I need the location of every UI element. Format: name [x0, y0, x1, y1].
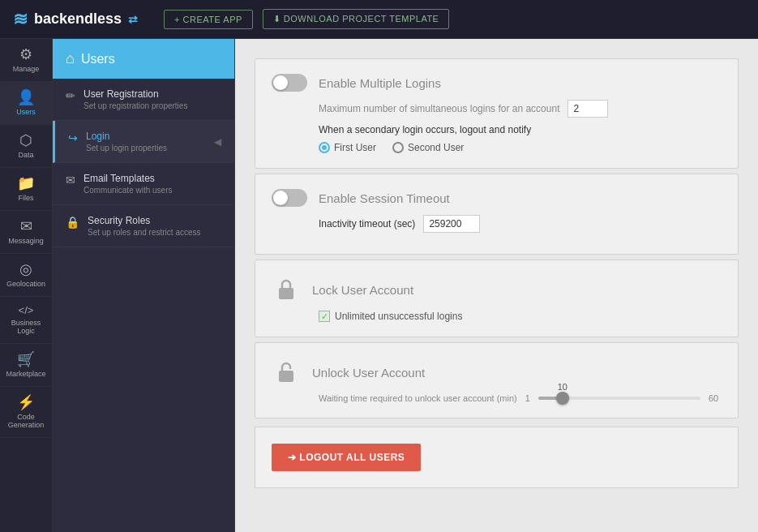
lock-account-title: Lock User Account: [312, 283, 413, 297]
marketplace-icon: 🛒: [17, 352, 35, 367]
login-subtitle: Set up login properties: [86, 144, 167, 152]
unlock-account-title: Unlock User Account: [312, 366, 425, 380]
logout-btn-label: ➔ LOGOUT ALL USERS: [288, 452, 405, 463]
user-reg-title: User Registration: [84, 88, 187, 100]
max-logins-row: Maximum number of simultaneous logins fo…: [319, 100, 722, 118]
sub-menu-security-roles[interactable]: 🔒 Security Roles Set up roles and restri…: [53, 205, 234, 247]
max-logins-input[interactable]: [567, 100, 608, 118]
slider-thumb[interactable]: [556, 392, 569, 405]
geolocation-icon: ◎: [19, 262, 32, 277]
security-roles-subtitle: Set up roles and restrict access: [88, 228, 201, 237]
data-icon: ⬡: [19, 133, 32, 148]
slider-min-label: 1: [525, 393, 530, 403]
slider-value-label: 10: [558, 382, 567, 392]
lock-closed-icon: [276, 278, 296, 301]
sidebar-item-manage[interactable]: ⚙ Manage: [0, 39, 52, 82]
logo: ≋ backendless ⇄: [13, 9, 138, 30]
radio-first-label: First User: [334, 142, 376, 153]
user-reg-subtitle: Set up registration properties: [84, 101, 187, 110]
collapse-arrow-icon: ◀: [214, 136, 221, 148]
unlimited-logins-checkbox[interactable]: ✓: [319, 311, 330, 322]
sidebar-item-business-logic[interactable]: </> Business Logic: [0, 297, 52, 344]
sub-sidebar-header: ⌂ Users: [53, 39, 234, 79]
session-timeout-toggle[interactable]: [272, 189, 307, 207]
sub-menu-email-templates[interactable]: ✉ Email Templates Communicate with users: [53, 163, 234, 205]
sidebar-item-messaging[interactable]: ✉ Messaging: [0, 211, 52, 254]
logo-icon: ≋: [13, 9, 28, 30]
sidebar-item-marketplace[interactable]: 🛒 Marketplace: [0, 344, 52, 387]
data-label: Data: [18, 151, 33, 159]
unlimited-logins-row: ✓ Unlimited unsuccessful logins: [272, 311, 722, 322]
sub-sidebar: ⌂ Users ✏ User Registration Set up regis…: [53, 39, 235, 532]
session-timeout-toggle-row: Enable Session Timeout: [272, 189, 722, 207]
unlock-icon-area: [272, 358, 301, 387]
logo-text: backendless: [34, 11, 122, 28]
home-icon: ⌂: [66, 50, 75, 67]
create-app-label: + CREATE APP: [174, 15, 242, 24]
messaging-icon: ✉: [20, 219, 32, 234]
lock-account-row: Lock User Account: [272, 275, 722, 304]
inactivity-label: Inactivity timeout (sec): [319, 218, 415, 230]
files-label: Files: [18, 194, 33, 202]
sidebar-item-users[interactable]: 👤 Users: [0, 82, 52, 125]
sub-menu-user-registration[interactable]: ✏ User Registration Set up registration …: [53, 79, 234, 121]
create-app-button[interactable]: + CREATE APP: [164, 10, 253, 29]
users-label: Users: [16, 108, 36, 116]
radio-first-dot: [322, 145, 327, 150]
slider-track[interactable]: 10: [538, 397, 700, 400]
radio-second-user[interactable]: Second User: [392, 142, 464, 153]
security-roles-title: Security Roles: [88, 215, 201, 226]
business-logic-label: Business Logic: [3, 319, 49, 335]
multiple-logins-toggle[interactable]: [272, 74, 307, 92]
radio-first-circle: [319, 142, 330, 153]
sidebar-item-data[interactable]: ⬡ Data: [0, 125, 52, 168]
users-icon: 👤: [17, 90, 35, 105]
svg-rect-0: [279, 288, 293, 299]
checkbox-check-icon: ✓: [321, 311, 328, 322]
messaging-label: Messaging: [8, 237, 44, 245]
unlimited-logins-label: Unlimited unsuccessful logins: [335, 311, 462, 322]
sidebar-item-geolocation[interactable]: ◎ Geolocation: [0, 254, 52, 297]
code-gen-label: Code Generation: [3, 413, 49, 429]
sidebar-item-files[interactable]: 📁 Files: [0, 168, 52, 211]
top-bar: ≋ backendless ⇄ + CREATE APP ⬇ DOWNLOAD …: [0, 0, 758, 39]
unlock-account-row: Unlock User Account: [272, 358, 722, 387]
sidebar-item-code-generation[interactable]: ⚡ Code Generation: [0, 387, 52, 438]
login-title: Login: [86, 131, 167, 142]
security-roles-icon: 🔒: [66, 216, 79, 229]
svg-rect-1: [279, 371, 293, 382]
files-icon: 📁: [17, 176, 35, 191]
radio-group: First User Second User: [319, 142, 722, 153]
download-template-button[interactable]: ⬇ DOWNLOAD PROJECT TEMPLATE: [263, 9, 450, 29]
slider-row: Waiting time required to unlock user acc…: [272, 393, 722, 403]
slider-description: Waiting time required to unlock user acc…: [319, 393, 517, 403]
manage-icon: ⚙: [19, 47, 32, 62]
multiple-logins-detail: Maximum number of simultaneous logins fo…: [272, 100, 722, 153]
marketplace-label: Marketplace: [6, 370, 45, 378]
email-templates-icon: ✉: [66, 174, 75, 187]
lock-icon-area: [272, 275, 301, 304]
business-logic-icon: </>: [19, 305, 34, 315]
user-reg-icon: ✏: [66, 89, 75, 102]
session-toggle-knob: [273, 191, 288, 205]
code-gen-icon: ⚡: [17, 395, 35, 410]
secondary-login-label: When a secondary login occurs, logout an…: [319, 124, 531, 135]
login-icon: ↪: [68, 131, 78, 144]
session-timeout-detail: Inactivity timeout (sec): [272, 215, 722, 233]
radio-second-circle: [392, 142, 404, 153]
content-area: Enable Multiple Logins Maximum number of…: [235, 39, 758, 532]
logout-section: ➔ LOGOUT ALL USERS: [255, 427, 739, 488]
slider-max-label: 60: [709, 393, 718, 403]
sub-menu-login[interactable]: ↪ Login Set up login properties ◀: [53, 121, 234, 163]
inactivity-row: Inactivity timeout (sec): [319, 215, 722, 233]
radio-second-label: Second User: [408, 142, 464, 153]
icon-sidebar: ⚙ Manage 👤 Users ⬡ Data 📁 Files ✉ Messag…: [0, 39, 53, 532]
email-templates-title: Email Templates: [84, 173, 172, 184]
manage-label: Manage: [13, 65, 40, 73]
multiple-logins-title: Enable Multiple Logins: [319, 76, 441, 90]
radio-first-user[interactable]: First User: [319, 142, 376, 153]
inactivity-input[interactable]: [423, 215, 480, 233]
download-template-label: ⬇ DOWNLOAD PROJECT TEMPLATE: [273, 14, 439, 24]
secondary-login-row: When a secondary login occurs, logout an…: [319, 124, 722, 135]
logout-all-users-button[interactable]: ➔ LOGOUT ALL USERS: [272, 444, 421, 471]
